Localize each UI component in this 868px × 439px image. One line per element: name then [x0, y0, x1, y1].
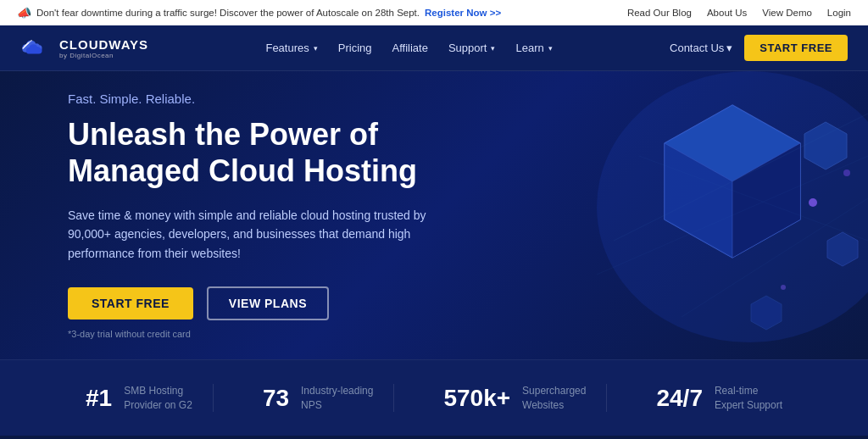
contact-us-button[interactable]: Contact Us ▾: [670, 42, 732, 54]
contact-chevron: ▾: [726, 42, 732, 54]
stat-2-desc: Industry-leadingNPS: [301, 384, 373, 413]
nav-links: Features ▾ Pricing Affiliate Support ▾ L…: [257, 36, 560, 59]
hero-content: Fast. Simple. Reliable. Unleash the Powe…: [68, 92, 458, 340]
stat-2: 73 Industry-leadingNPS: [242, 384, 395, 413]
nav-affiliate[interactable]: Affiliate: [384, 36, 437, 59]
stat-3-number: 570k+: [443, 385, 510, 412]
megaphone-icon: 📣: [17, 6, 31, 19]
hero-buttons: START FREE VIEW PLANS: [68, 286, 458, 320]
hero-graphic: [512, 71, 868, 359]
logo-name: CLOUDWAYS: [59, 37, 148, 52]
nav-features[interactable]: Features ▾: [257, 36, 326, 59]
announcement-left: 📣 Don't fear downtime during a traffic s…: [17, 6, 501, 19]
register-now-link[interactable]: Register Now >>: [425, 8, 501, 18]
stats-bar: #1 SMB HostingProvider on G2 73 Industry…: [0, 359, 868, 436]
announcement-text: Don't fear downtime during a traffic sur…: [36, 8, 420, 18]
login-link[interactable]: Login: [827, 8, 851, 18]
logo-area[interactable]: CLOUDWAYS by DigitalOcean: [20, 36, 148, 60]
stat-3-desc: SuperchargedWebsites: [522, 384, 586, 413]
stat-1-number: #1: [86, 385, 112, 412]
hero-title-text: Unleash the Power ofManaged Cloud Hostin…: [68, 117, 417, 188]
announcement-right: Read Our Blog About Us View Demo Login: [627, 8, 851, 18]
view-demo-link[interactable]: View Demo: [762, 8, 812, 18]
about-us-link[interactable]: About Us: [707, 8, 747, 18]
logo-sub: by DigitalOcean: [59, 52, 148, 59]
features-chevron: ▾: [314, 44, 318, 53]
stat-1-desc: SMB HostingProvider on G2: [124, 384, 192, 413]
hero-start-free-button[interactable]: START FREE: [68, 287, 193, 320]
hero-title: Unleash the Power ofManaged Cloud Hostin…: [68, 116, 458, 189]
hero-view-plans-button[interactable]: VIEW PLANS: [207, 286, 329, 320]
hero-description: Save time & money with simple and reliab…: [68, 206, 458, 263]
stat-4-desc: Real-timeExpert Support: [715, 384, 782, 413]
support-chevron: ▾: [491, 44, 495, 53]
trial-note: *3-day trial without credit card: [68, 329, 458, 339]
svg-point-17: [781, 285, 786, 290]
stat-1: #1 SMB HostingProvider on G2: [65, 384, 214, 413]
stat-3: 570k+ SuperchargedWebsites: [423, 384, 607, 413]
stat-2-number: 73: [263, 385, 289, 412]
read-blog-link[interactable]: Read Our Blog: [627, 8, 692, 18]
learn-chevron: ▾: [548, 44, 553, 53]
svg-point-16: [809, 198, 817, 207]
stat-4: 24/7 Real-timeExpert Support: [636, 384, 803, 413]
nav-support[interactable]: Support ▾: [440, 36, 504, 59]
nav-learn[interactable]: Learn ▾: [507, 36, 560, 59]
hero-section: Fast. Simple. Reliable. Unleash the Powe…: [0, 71, 868, 359]
nav-right: Contact Us ▾ START FREE: [670, 35, 848, 61]
contact-us-label: Contact Us: [670, 42, 724, 54]
stat-4-number: 24/7: [656, 385, 703, 412]
nav-pricing[interactable]: Pricing: [330, 36, 381, 59]
main-nav: CLOUDWAYS by DigitalOcean Features ▾ Pri…: [0, 25, 868, 71]
logo-text: CLOUDWAYS by DigitalOcean: [59, 37, 148, 59]
announcement-bar: 📣 Don't fear downtime during a traffic s…: [0, 0, 868, 25]
hero-tagline: Fast. Simple. Reliable.: [68, 92, 458, 106]
svg-point-18: [843, 169, 850, 176]
cloudways-logo-icon: [20, 36, 53, 60]
start-free-nav-button[interactable]: START FREE: [744, 35, 848, 61]
